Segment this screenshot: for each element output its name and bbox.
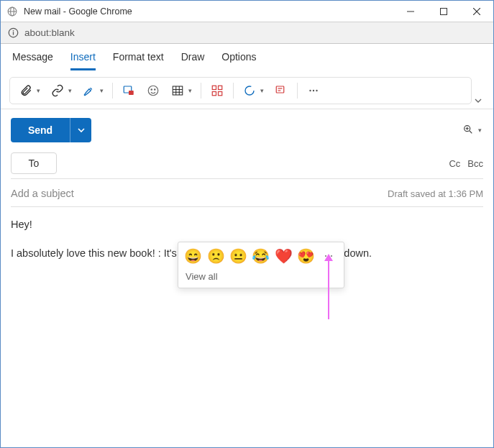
svg-rect-21 <box>219 86 222 89</box>
window-title: New mail - Google Chrome <box>24 6 132 17</box>
ribbon-toolbar: ▾ ▾ ▾ ▾ <box>9 77 472 104</box>
emoji-option-neutral[interactable]: 😐 <box>229 247 247 265</box>
window-minimize-button[interactable] <box>394 1 427 22</box>
svg-rect-25 <box>276 86 284 93</box>
chevron-down-icon: ▾ <box>477 127 483 134</box>
svg-point-35 <box>325 255 326 257</box>
chevron-down-icon: ▾ <box>99 87 105 94</box>
url-text[interactable]: about:blank <box>24 27 75 38</box>
chevron-down-icon: ▾ <box>187 87 193 94</box>
picture-icon <box>120 82 137 99</box>
loop-button[interactable]: ▾ <box>238 81 268 101</box>
svg-point-30 <box>316 90 317 91</box>
recipients-row: To Cc Bcc <box>11 152 483 179</box>
insert-picture-button[interactable] <box>117 81 140 101</box>
pen-icon <box>81 82 98 99</box>
svg-point-12 <box>148 86 158 96</box>
ellipsis-icon <box>305 82 322 99</box>
ribbon-collapse-button[interactable] <box>472 97 485 104</box>
to-button[interactable]: To <box>11 152 57 174</box>
emoji-option-smile[interactable]: 😄 <box>184 247 202 265</box>
svg-rect-15 <box>173 86 183 95</box>
emoji-option-frown[interactable]: 🙁 <box>206 247 224 265</box>
svg-rect-11 <box>129 91 134 95</box>
cc-button[interactable]: Cc <box>449 158 460 169</box>
magnifier-icon <box>462 124 474 137</box>
signature-button[interactable]: ▾ <box>78 81 108 101</box>
separator <box>233 83 234 99</box>
send-button[interactable]: Send <box>11 118 70 142</box>
send-options-button[interactable] <box>70 118 91 142</box>
svg-point-24 <box>245 86 254 95</box>
browser-url-bar: about:blank <box>1 22 493 44</box>
loop-icon <box>241 82 258 99</box>
emoji-option-heart[interactable]: ❤️ <box>275 247 293 265</box>
bcc-button[interactable]: Bcc <box>467 158 483 169</box>
emoji-option-heart-eyes[interactable]: 😍 <box>297 247 315 265</box>
apps-button[interactable] <box>206 81 229 101</box>
link-icon <box>49 82 66 99</box>
window-maximize-button[interactable] <box>427 1 460 22</box>
poll-button[interactable] <box>270 81 293 101</box>
to-input[interactable] <box>57 152 442 174</box>
svg-rect-22 <box>212 92 216 96</box>
svg-rect-23 <box>219 92 222 96</box>
tab-draw[interactable]: Draw <box>181 51 205 68</box>
svg-rect-20 <box>212 86 216 89</box>
draft-status: Draft saved at 1:36 PM <box>388 188 483 199</box>
emoji-viewall-label: View all <box>178 268 344 288</box>
svg-point-29 <box>313 90 314 91</box>
chevron-down-icon: ▾ <box>35 87 42 94</box>
insert-emoji-button[interactable] <box>142 81 165 101</box>
svg-point-28 <box>309 90 311 91</box>
svg-point-8 <box>13 30 14 32</box>
svg-rect-9 <box>13 32 14 35</box>
separator <box>201 83 201 99</box>
emoji-icon <box>145 82 162 99</box>
compose-pane: Send ▾ To Cc Bcc Draft saved at 1:36 PM … <box>1 109 493 448</box>
tab-format-text[interactable]: Format text <box>113 51 164 68</box>
emoji-option-joy[interactable]: 😂 <box>252 247 270 265</box>
chevron-down-icon: ▾ <box>67 87 73 94</box>
site-info-icon[interactable] <box>8 27 19 38</box>
zoom-control[interactable]: ▾ <box>462 124 483 137</box>
svg-point-13 <box>151 89 152 91</box>
poll-icon <box>273 82 290 99</box>
separator <box>297 83 298 99</box>
svg-rect-4 <box>441 8 447 14</box>
emoji-popover: 😄 🙁 😐 😂 ❤️ 😍 View all <box>178 242 344 288</box>
tab-options[interactable]: Options <box>221 51 256 68</box>
window-titlebar: New mail - Google Chrome <box>1 1 493 22</box>
overflow-button[interactable] <box>302 81 325 101</box>
subject-row: Draft saved at 1:36 PM <box>11 188 483 207</box>
browser-favicon <box>6 6 18 17</box>
send-split: Send <box>11 118 91 142</box>
svg-point-14 <box>155 89 156 91</box>
separator <box>112 83 113 99</box>
window-close-button[interactable] <box>460 1 493 22</box>
table-icon <box>169 82 186 99</box>
emoji-more-button[interactable] <box>320 247 338 265</box>
apps-grid-icon <box>209 82 226 99</box>
paperclip-icon <box>17 82 35 99</box>
svg-line-32 <box>470 131 472 133</box>
svg-point-37 <box>331 255 332 257</box>
tab-insert[interactable]: Insert <box>70 51 96 70</box>
insert-table-button[interactable]: ▾ <box>166 81 196 101</box>
svg-point-36 <box>328 255 329 257</box>
subject-input[interactable] <box>11 188 388 199</box>
tab-message[interactable]: Message <box>12 51 53 68</box>
chevron-down-icon: ▾ <box>259 87 265 94</box>
body-line: Hey! <box>11 217 483 233</box>
ribbon-tablist: Message Insert Format text Draw Options <box>1 44 493 73</box>
attach-file-button[interactable]: ▾ <box>14 81 45 101</box>
insert-link-button[interactable]: ▾ <box>46 81 76 101</box>
